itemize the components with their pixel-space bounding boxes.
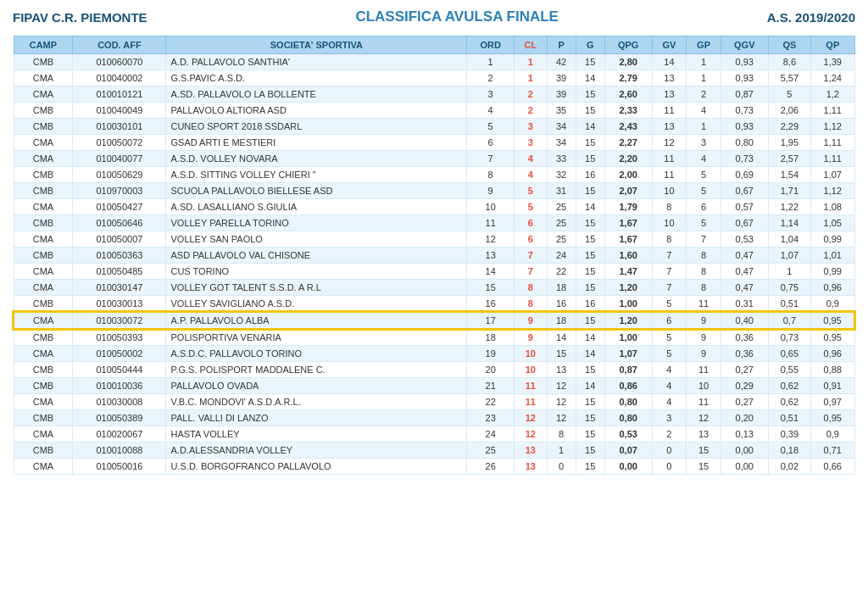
table-cell: 0,93 [721,119,768,135]
table-cell: 0,73 [721,151,768,167]
table-cell: VOLLEY SAN PAOLO [166,231,467,248]
table-cell: 15 [576,215,604,231]
table-cell: 15 [576,312,604,329]
table-cell: 0,55 [768,362,810,378]
table-cell: 1,67 [604,215,652,231]
table-cell: 2,07 [604,183,652,199]
table-cell: 6 [515,215,547,231]
table-cell: 8 [467,167,515,183]
table-cell: 15 [576,54,604,70]
table-cell: 010040049 [73,103,166,119]
table-cell: CMB [14,329,73,346]
table-cell: 19 [467,346,515,362]
table-cell: 1,2 [811,86,854,103]
table-cell: 1 [768,264,810,280]
table-cell: 0,80 [604,410,652,426]
table-cell: 010050072 [73,135,166,151]
table-cell: 0,13 [721,426,768,442]
table-cell: VOLLEY GOT TALENT S.S.D. A R.L [166,280,467,296]
table-cell: 11 [515,394,547,410]
table-cell: 11 [652,103,687,119]
table-cell: 11 [515,378,547,394]
table-row: CMB010030101CUNEO SPORT 2018 SSDARL53341… [14,119,854,135]
table-cell: 1,12 [811,183,854,199]
table-cell: 0,65 [768,346,810,362]
table-cell: 1,39 [811,54,854,70]
table-cell: 3 [515,119,547,135]
table-cell: 15 [576,426,604,442]
table-cell: 0,95 [811,312,854,329]
table-cell: 14 [576,378,604,394]
table-cell: 010030072 [73,312,166,329]
table-cell: 25 [547,199,576,215]
table-cell: CMB [14,103,73,119]
table-cell: 010050485 [73,264,166,280]
table-cell: 1,47 [604,264,652,280]
table-cell: 8,6 [768,54,810,70]
table-cell: 4 [467,103,515,119]
table-cell: 1,00 [604,329,652,346]
table-cell: 0,02 [768,459,810,475]
table-cell: 12 [515,410,547,426]
table-cell: 0,95 [811,410,854,426]
table-cell: 13 [652,70,687,86]
table-cell: 42 [547,54,576,70]
table-cell: 24 [547,248,576,264]
table-cell: CMA [14,264,73,280]
table-cell: 16 [547,296,576,313]
table-cell: CMB [14,362,73,378]
table-cell: 010010088 [73,442,166,459]
table-cell: 1,95 [768,135,810,151]
table-cell: 1 [515,70,547,86]
table-cell: 1,71 [768,183,810,199]
table-cell: 2,57 [768,151,810,167]
table-cell: 0,62 [768,394,810,410]
table-cell: 26 [467,459,515,475]
col-cl: CL [515,36,547,54]
table-cell: A.SD. LASALLIANO S.GIULIA [166,199,467,215]
table-row: CMB010030013VOLLEY SAVIGLIANO A.S.D.1681… [14,296,854,313]
table-row: CMA010020067HASTA VOLLEY24128150,532130,… [14,426,854,442]
table-cell: 4 [652,362,687,378]
table-cell: A.S.D.C. PALLAVOLO TORINO [166,346,467,362]
table-cell: CMA [14,135,73,151]
table-cell: 0,62 [768,378,810,394]
table-cell: 14 [576,199,604,215]
col-gp: GP [687,36,721,54]
table-body: CMB010060070A.D. PALLAVOLO SANTHIA'11421… [14,54,854,475]
table-cell: 15 [467,280,515,296]
table-cell: 1,22 [768,199,810,215]
table-cell: 15 [576,459,604,475]
table-cell: 11 [652,151,687,167]
table-cell: 4 [515,151,547,167]
table-cell: 3 [687,135,721,151]
table-cell: CMB [14,167,73,183]
table-cell: 15 [576,103,604,119]
col-qgv: QGV [721,36,768,54]
table-cell: 5,57 [768,70,810,86]
table-cell: CMA [14,459,73,475]
table-cell: 1,24 [811,70,854,86]
table-cell: CMA [14,231,73,248]
table-cell: 2,20 [604,151,652,167]
table-row: CMB010050646VOLLEY PARELLA TORINO1162515… [14,215,854,231]
table-cell: 0,07 [604,442,652,459]
table-cell: 4 [652,394,687,410]
table-cell: CMB [14,378,73,394]
table-cell: 16 [467,296,515,313]
table-cell: 9 [515,329,547,346]
table-cell: CMB [14,410,73,426]
table-cell: 0,47 [721,248,768,264]
table-row: CMA010050016U.S.D. BORGOFRANCO PALLAVOLO… [14,459,854,475]
table-header-row: CAMP COD. AFF SOCIETA' SPORTIVA ORD CL P… [14,36,854,54]
table-cell: 2 [687,86,721,103]
table-cell: 11 [652,167,687,183]
table-cell: 8 [515,280,547,296]
table-cell: 010010036 [73,378,166,394]
table-cell: 0,51 [768,296,810,313]
table-cell: 15 [576,410,604,426]
table-cell: 25 [467,442,515,459]
table-cell: 2 [515,86,547,103]
table-cell: 4 [515,167,547,183]
table-cell: 12 [652,135,687,151]
